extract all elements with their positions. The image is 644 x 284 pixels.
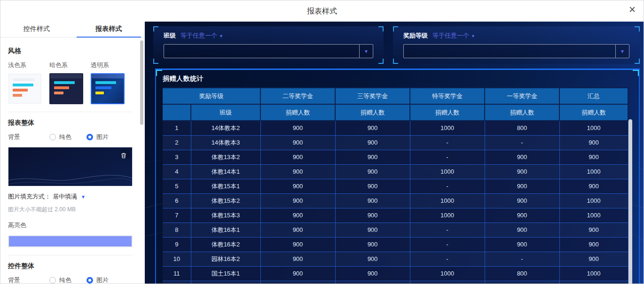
background-label: 背景 — [8, 276, 49, 284]
value-cell: - — [485, 252, 559, 266]
chevron-down-icon: ▼ — [471, 34, 475, 38]
value-cell: 900 — [260, 223, 335, 237]
sidebar-scrollbar[interactable] — [140, 40, 143, 125]
value-cell: 900 — [335, 266, 410, 281]
value-cell: 900 — [260, 121, 335, 135]
value-cell: 900 — [559, 281, 628, 284]
value-cell: 900 — [559, 252, 628, 266]
report-style-dialog: 报表样式 ✕ 控件样式 报表样式 风格 浅色系 — [0, 0, 644, 284]
award-level-select-input[interactable]: ▼ — [403, 44, 629, 58]
value-cell: - — [410, 281, 485, 284]
close-icon[interactable]: ✕ — [628, 5, 636, 14]
header-cell: 一等奖学金 — [485, 88, 559, 104]
radio-icon[interactable] — [86, 134, 93, 140]
theme-thumbnail-transparent[interactable] — [91, 73, 125, 104]
class-name-cell: 14体教本2 — [191, 121, 260, 135]
chevron-down-icon[interactable]: ▼ — [615, 45, 629, 58]
class-name-cell: 体教16本1 — [191, 223, 260, 237]
section-title-report: 报表整体 — [8, 119, 133, 127]
table-row: 11 国土15本1 900 900 1000 800 1000 — [163, 266, 628, 281]
filter-name: 班级 — [164, 31, 176, 40]
value-cell: 900 — [559, 150, 628, 164]
value-cell: 900 — [260, 193, 335, 208]
value-cell: 900 — [559, 179, 628, 193]
header-row-award: 奖励等级 二等奖学金 三等奖学金 特等奖学金 一等奖学金 汇总 — [163, 88, 628, 104]
class-name-cell: 体教15本1 — [191, 179, 260, 193]
class-name-cell: 体教16本2 — [191, 237, 260, 252]
row-index-cell: 4 — [163, 164, 191, 179]
class-name-cell: 体教14本1 — [191, 164, 260, 179]
filter-class: 班级 等于任意一个▼ ▼ — [153, 26, 384, 64]
background-label: 背景 — [8, 133, 49, 141]
corner-bracket-icon — [378, 26, 384, 31]
filter-bar: 班级 等于任意一个▼ ▼ 奖励等级 — [153, 26, 640, 64]
highlight-color-swatch[interactable] — [8, 235, 133, 247]
radio-solid-color[interactable]: 纯色 — [49, 133, 71, 141]
row-index-cell: 11 — [163, 266, 191, 281]
value-cell: 1000 — [410, 208, 485, 223]
row-index-cell: 8 — [163, 223, 191, 237]
chevron-down-icon[interactable]: ▼ — [359, 45, 373, 58]
theme-option-light[interactable]: 浅色系 — [8, 61, 44, 104]
trash-icon[interactable] — [121, 149, 130, 159]
radio-solid-color[interactable]: 纯色 — [49, 276, 71, 284]
theme-thumbnail-dark[interactable] — [49, 73, 83, 104]
image-fill-mode-row: 图片填充方式： 居中填满 ▼ — [8, 192, 133, 201]
section-title-control: 控件整体 — [8, 262, 133, 270]
value-cell: 900 — [335, 179, 410, 193]
row-index-cell: 2 — [163, 135, 191, 150]
corner-bracket-icon — [153, 59, 158, 64]
report-background-row: 背景 纯色 图片 — [8, 133, 133, 141]
table-row: 9 体教16本2 900 900 - 900 900 — [163, 237, 628, 252]
value-cell: 800 — [485, 266, 559, 281]
table-scrollbar[interactable] — [628, 119, 632, 284]
header-cell: 捐赠人数 — [485, 104, 559, 121]
value-cell: 1000 — [559, 208, 628, 223]
tab-report-style[interactable]: 报表样式 — [73, 22, 145, 37]
row-index-cell: 1 — [163, 121, 191, 135]
chevron-down-icon[interactable]: ▼ — [81, 194, 86, 200]
section-title-style: 风格 — [8, 47, 133, 55]
header-cell: 班级 — [191, 104, 260, 121]
value-cell: 1000 — [410, 121, 485, 135]
theme-picker: 浅色系 暗色系 透明系 — [8, 61, 133, 104]
radio-icon[interactable] — [86, 277, 93, 284]
fill-mode-label: 图片填充方式： — [8, 192, 51, 201]
filter-operator-dropdown[interactable]: 等于任意一个▼ — [432, 31, 475, 40]
header-cell: 捐赠人数 — [260, 104, 335, 121]
fill-mode-value[interactable]: 居中填满 — [53, 192, 77, 201]
value-cell: 900 — [335, 208, 410, 223]
radio-icon[interactable] — [49, 134, 56, 140]
value-cell: 900 — [260, 150, 335, 164]
value-cell: 900 — [335, 150, 410, 164]
corner-bracket-icon — [378, 59, 384, 64]
theme-thumbnail-light[interactable] — [8, 73, 42, 104]
table-row: 4 体教14本1 900 900 1000 900 1000 — [163, 164, 628, 179]
radio-icon[interactable] — [49, 277, 56, 284]
theme-option-dark[interactable]: 暗色系 — [49, 61, 85, 104]
value-cell: 900 — [559, 223, 628, 237]
value-cell: 900 — [335, 223, 410, 237]
value-cell: 1000 — [559, 121, 628, 135]
value-cell: 900 — [485, 164, 559, 179]
row-index-cell: 9 — [163, 237, 191, 252]
chevron-down-icon: ▼ — [219, 34, 223, 38]
value-cell: 900 — [260, 266, 335, 281]
radio-image[interactable]: 图片 — [86, 276, 109, 284]
value-cell: 900 — [260, 281, 335, 284]
tab-control-style[interactable]: 控件样式 — [0, 22, 73, 37]
value-cell: 900 — [260, 179, 335, 193]
value-cell: 900 — [260, 208, 335, 223]
header-cell — [163, 104, 191, 121]
value-cell: 900 — [335, 281, 410, 284]
value-cell: 700 — [485, 281, 559, 284]
class-select-input[interactable]: ▼ — [164, 44, 373, 58]
value-cell: - — [410, 252, 485, 266]
value-cell: - — [410, 150, 485, 164]
radio-image[interactable]: 图片 — [86, 133, 109, 141]
sidebar-tabs: 控件样式 报表样式 — [0, 22, 145, 38]
value-cell: 900 — [559, 237, 628, 252]
theme-option-transparent[interactable]: 透明系 — [91, 61, 126, 104]
value-cell: 800 — [485, 121, 559, 135]
filter-operator-dropdown[interactable]: 等于任意一个▼ — [181, 31, 223, 40]
